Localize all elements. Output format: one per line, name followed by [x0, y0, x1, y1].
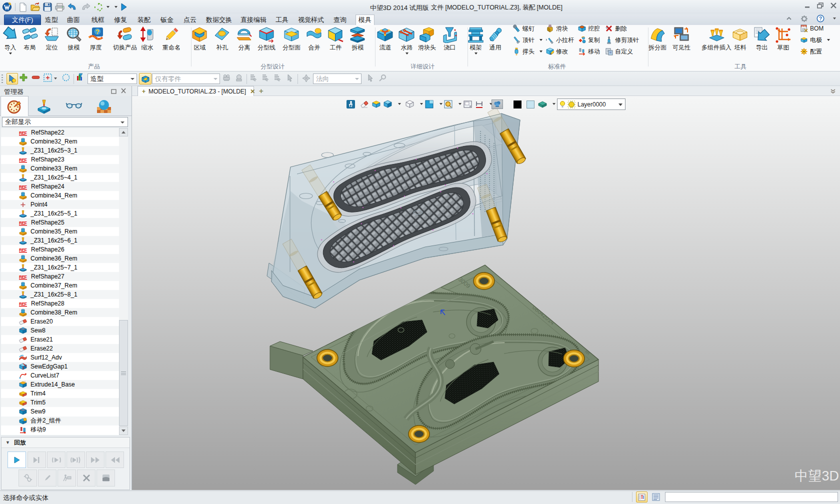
- svg-text:?: ?: [819, 16, 822, 22]
- svg-text:REF: REF: [19, 274, 27, 279]
- svg-text:REF: REF: [19, 220, 27, 225]
- svg-text:REF: REF: [19, 130, 27, 135]
- svg-text:REF: REF: [19, 301, 27, 306]
- svg-text:REF: REF: [19, 184, 27, 189]
- svg-text:BOM: BOM: [802, 26, 806, 28]
- svg-text:REF: REF: [19, 247, 27, 252]
- svg-text:?: ?: [96, 28, 100, 36]
- svg-text:REF: REF: [19, 157, 27, 162]
